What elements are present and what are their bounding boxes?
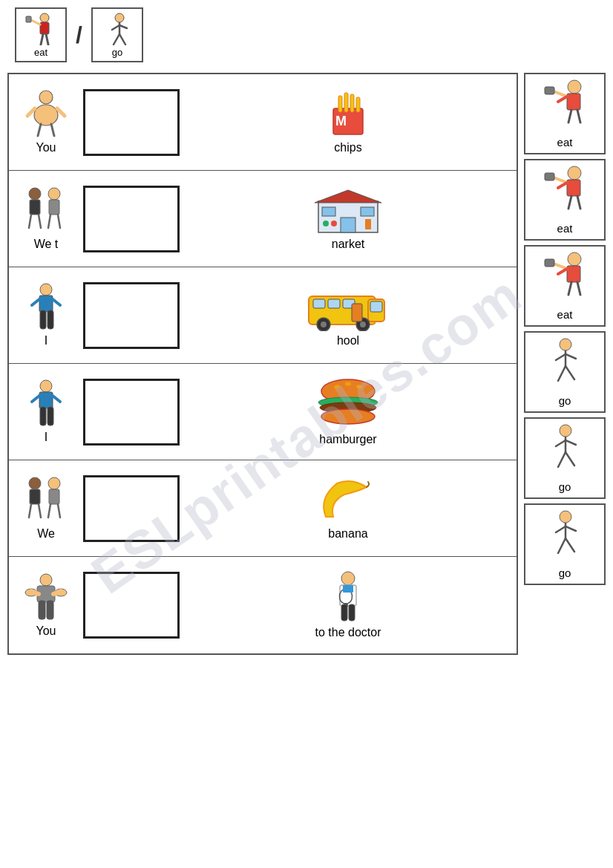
svg-line-121 bbox=[556, 440, 566, 446]
object-3: hool bbox=[187, 283, 509, 347]
answer-box-6[interactable] bbox=[83, 572, 180, 639]
svg-line-103 bbox=[558, 183, 567, 188]
svg-point-113 bbox=[560, 339, 571, 350]
object-1: M chips bbox=[187, 90, 509, 154]
svg-rect-109 bbox=[545, 259, 554, 267]
answer-box-2[interactable] bbox=[83, 186, 180, 252]
subject-2: We t bbox=[16, 186, 76, 251]
svg-line-5 bbox=[46, 34, 48, 45]
you-icon-2 bbox=[24, 573, 68, 621]
svg-line-59 bbox=[32, 396, 39, 402]
word-card-go-label-2: go bbox=[559, 480, 571, 493]
svg-rect-93 bbox=[567, 94, 580, 110]
subject-label-3: I bbox=[45, 334, 47, 347]
svg-line-122 bbox=[566, 440, 576, 445]
svg-rect-85 bbox=[47, 601, 53, 619]
svg-point-40 bbox=[40, 284, 52, 296]
svg-point-99 bbox=[568, 166, 581, 180]
word-card-eat-1: eat bbox=[524, 73, 606, 154]
subject-label-4: I bbox=[45, 431, 47, 444]
svg-rect-29 bbox=[49, 200, 59, 215]
svg-point-55 bbox=[360, 322, 366, 327]
svg-line-115 bbox=[556, 354, 566, 360]
svg-point-38 bbox=[331, 221, 337, 226]
answer-box-5[interactable] bbox=[83, 475, 180, 542]
word-card-go-3: go bbox=[524, 503, 606, 585]
page: ESLprintables.com eat / bbox=[0, 0, 613, 868]
answer-box-3[interactable] bbox=[83, 282, 180, 349]
svg-point-6 bbox=[115, 13, 124, 22]
svg-point-28 bbox=[48, 188, 60, 200]
subject-label-2: We t bbox=[34, 238, 59, 251]
eat-card-icon-1 bbox=[537, 79, 593, 133]
eat-card-icon-2 bbox=[537, 166, 593, 219]
svg-line-127 bbox=[556, 526, 566, 532]
exercise-row-3: I bbox=[9, 267, 517, 364]
svg-rect-50 bbox=[328, 299, 340, 308]
word-card-go-1: go bbox=[524, 331, 606, 413]
svg-point-53 bbox=[321, 322, 327, 327]
svg-rect-84 bbox=[39, 601, 45, 619]
svg-rect-102 bbox=[545, 173, 554, 180]
header-go-label: go bbox=[112, 47, 122, 58]
svg-line-97 bbox=[568, 110, 571, 123]
svg-line-26 bbox=[29, 215, 31, 228]
word-cards-container: eat eat bbox=[524, 73, 606, 585]
svg-rect-39 bbox=[365, 219, 371, 229]
subject-1: You bbox=[16, 90, 76, 154]
object-2: narket bbox=[187, 186, 509, 251]
word-card-eat-2: eat bbox=[524, 159, 606, 241]
we-icon-2 bbox=[20, 476, 72, 524]
svg-line-76 bbox=[48, 504, 50, 518]
svg-rect-56 bbox=[352, 304, 362, 322]
svg-line-31 bbox=[58, 215, 60, 228]
svg-rect-41 bbox=[39, 296, 53, 312]
svg-line-118 bbox=[566, 366, 574, 379]
svg-line-129 bbox=[558, 538, 566, 553]
chips-icon: M bbox=[322, 90, 374, 138]
svg-rect-61 bbox=[40, 407, 46, 425]
header: eat / go bbox=[7, 7, 606, 62]
word-card-eat-label-3: eat bbox=[557, 308, 573, 321]
svg-rect-44 bbox=[40, 310, 46, 329]
svg-rect-25 bbox=[30, 200, 40, 215]
svg-line-83 bbox=[53, 591, 61, 594]
svg-line-16 bbox=[38, 124, 41, 136]
svg-line-82 bbox=[31, 591, 39, 594]
exercise-row-6: You bbox=[9, 557, 517, 653]
object-label-1: chips bbox=[334, 141, 361, 154]
svg-line-128 bbox=[566, 526, 576, 531]
svg-rect-90 bbox=[341, 604, 347, 621]
svg-rect-58 bbox=[39, 392, 53, 408]
svg-point-86 bbox=[341, 572, 355, 585]
svg-point-13 bbox=[34, 105, 58, 125]
object-label-5: banana bbox=[328, 527, 367, 541]
svg-point-119 bbox=[560, 425, 571, 437]
svg-point-70 bbox=[29, 477, 41, 489]
svg-rect-22 bbox=[356, 97, 360, 112]
svg-point-57 bbox=[40, 380, 52, 392]
svg-point-92 bbox=[568, 80, 581, 94]
svg-line-117 bbox=[558, 366, 566, 381]
svg-line-30 bbox=[48, 215, 50, 228]
svg-line-27 bbox=[39, 215, 41, 228]
svg-line-105 bbox=[577, 196, 580, 209]
answer-box-4[interactable] bbox=[83, 379, 180, 446]
svg-line-101 bbox=[554, 177, 567, 183]
svg-line-108 bbox=[554, 264, 567, 269]
banana-icon bbox=[315, 476, 381, 524]
svg-marker-33 bbox=[315, 190, 381, 203]
go-card-icon-3 bbox=[537, 510, 593, 564]
header-go-card: go bbox=[91, 7, 143, 62]
word-card-go-label-3: go bbox=[559, 567, 571, 579]
object-label-2: narket bbox=[332, 238, 364, 251]
answer-box-1[interactable] bbox=[83, 89, 180, 156]
svg-line-124 bbox=[566, 452, 574, 466]
word-card-go-label-1: go bbox=[559, 394, 571, 407]
svg-rect-89 bbox=[343, 585, 353, 593]
subject-label-5: We bbox=[37, 527, 55, 541]
go-card-icon-1 bbox=[537, 338, 593, 391]
svg-rect-21 bbox=[350, 94, 354, 112]
svg-point-69 bbox=[321, 409, 375, 424]
header-eat-label: eat bbox=[34, 47, 47, 58]
